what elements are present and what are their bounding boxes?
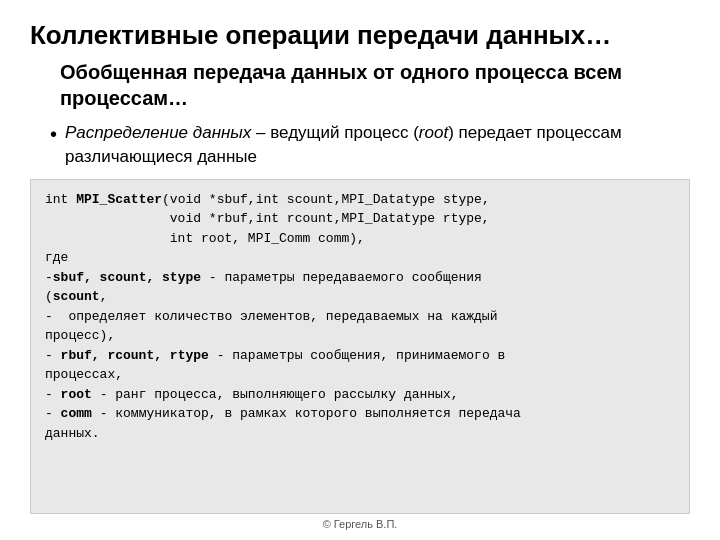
code-params-1: (void *sbuf,int scount,MPI_Datatype styp…	[162, 192, 490, 207]
bullet-dot: •	[50, 121, 57, 147]
keyword-int-1: int	[45, 192, 76, 207]
code-line-8: процесс),	[45, 326, 675, 346]
main-title: Коллективные операции передачи данных…	[30, 20, 690, 51]
code-line-7: - определяет количество элементов, перед…	[45, 307, 675, 327]
code-comm: comm	[61, 406, 92, 421]
code-line-4: где	[45, 248, 675, 268]
sub-title: Обобщенная передача данных от одного про…	[60, 59, 690, 111]
code-params-2: void *rbuf,int rcount,MPI_Datatype rtype…	[45, 211, 490, 226]
code-params-3: int root, MPI_Comm comm),	[45, 231, 365, 246]
bullet-list: • Распределение данных – ведущий процесс…	[50, 121, 690, 169]
bullet-suffix: – ведущий процесс (	[251, 123, 418, 142]
bullet-text: Распределение данных – ведущий процесс (…	[65, 121, 690, 169]
code-line-11: - root - ранг процесса, выполняющего рас…	[45, 385, 675, 405]
code-line-6: (scount,	[45, 287, 675, 307]
code-line-12: - comm - коммуникатор, в рамках которого…	[45, 404, 675, 424]
func-name: MPI_Scatter	[76, 192, 162, 207]
code-line-1: int MPI_Scatter(void *sbuf,int scount,MP…	[45, 190, 675, 210]
code-root: root	[61, 387, 92, 402]
code-line-9: - rbuf, rcount, rtype - параметры сообще…	[45, 346, 675, 366]
code-sbuf: sbuf, scount, stype	[53, 270, 201, 285]
code-rbuf: rbuf, rcount, rtype	[61, 348, 209, 363]
code-line-5: -sbuf, scount, stype - параметры передав…	[45, 268, 675, 288]
code-line-13: данных.	[45, 424, 675, 444]
code-line-2: void *rbuf,int rcount,MPI_Datatype rtype…	[45, 209, 675, 229]
bullet-italic-prefix: Распределение данных	[65, 123, 251, 142]
bullet-root-italic: root	[419, 123, 448, 142]
footer: © Гергель В.П.	[30, 514, 690, 530]
bullet-item-1: • Распределение данных – ведущий процесс…	[50, 121, 690, 169]
slide-container: Коллективные операции передачи данных… О…	[0, 0, 720, 540]
code-block: int MPI_Scatter(void *sbuf,int scount,MP…	[30, 179, 690, 514]
code-scount: scount	[53, 289, 100, 304]
code-line-10: процессах,	[45, 365, 675, 385]
code-gde: где	[45, 250, 68, 265]
code-line-3: int root, MPI_Comm comm),	[45, 229, 675, 249]
